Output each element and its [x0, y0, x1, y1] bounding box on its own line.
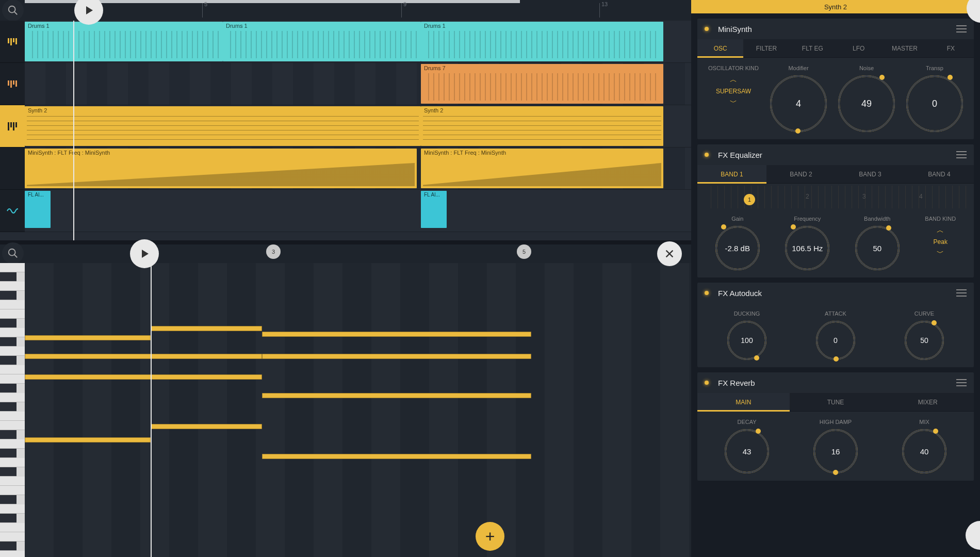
enable-dot[interactable] [705, 381, 709, 385]
eq-spectrum[interactable]: 1 2 3 4 [705, 186, 967, 208]
playlist-ruler[interactable]: 5 9 13 [0, 0, 691, 21]
knob-transp[interactable]: 0 [906, 75, 963, 132]
clip-drums1[interactable]: Drums 1 [223, 22, 421, 61]
menu-icon[interactable] [956, 151, 967, 158]
enable-dot[interactable] [705, 291, 709, 295]
ruler-mark: 13 [601, 1, 608, 7]
minisynth-tabs: OSC FILTER FLT EG LFO MASTER FX [697, 39, 974, 58]
midi-note[interactable] [262, 393, 531, 398]
svg-marker-2 [86, 6, 93, 14]
ruler-mark: 9 [403, 1, 406, 7]
tab-band1[interactable]: BAND 1 [697, 165, 766, 183]
play-button[interactable] [130, 239, 159, 268]
knob-decay[interactable]: 43 [725, 429, 769, 473]
tab-tune[interactable]: TUNE [790, 393, 882, 411]
midi-note[interactable] [262, 354, 531, 359]
clip-automation[interactable]: MiniSynth : FLT Freq : MiniSynth [25, 149, 417, 188]
tab-lfo[interactable]: LFO [836, 39, 881, 57]
corner-button[interactable] [966, 521, 980, 550]
menu-icon[interactable] [956, 25, 967, 32]
reverb-panel: FX Reverb MAIN TUNE MIXER DECAY43 HIGH D… [697, 372, 974, 481]
chevron-down-icon[interactable]: ﹀ [730, 98, 737, 107]
pianoroll-ruler[interactable]: 3 5 [0, 244, 691, 263]
midi-note[interactable] [25, 354, 262, 359]
knob-modifier[interactable]: 4 [770, 75, 827, 132]
track-synth: Synth 2 Synth 2 [0, 105, 691, 148]
tab-flteg[interactable]: FLT EG [790, 39, 836, 57]
pianoroll: 3 5 5 [0, 240, 691, 557]
enable-dot[interactable] [705, 27, 709, 31]
eq-band-handle[interactable]: 1 [744, 194, 755, 205]
enable-dot[interactable] [705, 153, 709, 157]
chevron-up-icon[interactable]: ︿ [937, 226, 944, 235]
zoom-icon[interactable] [2, 242, 24, 264]
clip-drums7[interactable]: Drums 7 [421, 64, 663, 104]
track-drums2: Drums 7 [0, 63, 691, 105]
tab-band3[interactable]: BAND 3 [836, 165, 905, 183]
svg-point-0 [9, 6, 15, 13]
channel-rack-panel: Synth 2 MiniSynth OSC FILTER FLT EG LFO … [691, 0, 980, 557]
tab-band4[interactable]: BAND 4 [905, 165, 974, 183]
tab-band2[interactable]: BAND 2 [766, 165, 836, 183]
track-drums: Drums 1 Drums 1 Drums 1 [0, 21, 691, 63]
svg-marker-5 [142, 250, 149, 258]
piano-keys[interactable]: 5 [0, 263, 25, 557]
ruler-marker[interactable]: 5 [517, 244, 531, 259]
chevron-up-icon[interactable]: ︿ [730, 75, 737, 85]
clip-drums1[interactable]: Drums 1 [421, 22, 663, 61]
minisynth-panel: MiniSynth OSC FILTER FLT EG LFO MASTER F… [697, 19, 974, 139]
menu-icon[interactable] [956, 379, 967, 386]
knob-ducking[interactable]: 100 [727, 321, 766, 360]
knob-highdamp[interactable]: 16 [813, 429, 858, 473]
midi-note[interactable] [151, 326, 262, 331]
clip-audio[interactable]: FL Al... [421, 191, 447, 228]
knob-frequency[interactable]: 106.5 Hz [785, 226, 829, 270]
knob-noise[interactable]: 49 [838, 75, 895, 132]
midi-note[interactable] [25, 437, 151, 443]
svg-line-4 [14, 255, 18, 258]
svg-line-1 [14, 12, 18, 15]
knob-bandwidth[interactable]: 50 [855, 226, 900, 270]
clip-synth2[interactable]: Synth 2 [25, 106, 421, 146]
piano-icon [8, 122, 17, 130]
midi-note[interactable] [262, 332, 531, 337]
ruler-mark: 5 [204, 1, 207, 7]
clip-drums1[interactable]: Drums 1 [25, 22, 223, 61]
tab-mixer[interactable]: MIXER [881, 393, 974, 411]
step-icon [8, 80, 17, 88]
svg-point-3 [9, 249, 15, 256]
ruler-marker[interactable]: 3 [266, 244, 281, 259]
tab-osc[interactable]: OSC [697, 39, 743, 57]
tab-master[interactable]: MASTER [881, 39, 927, 57]
midi-note[interactable] [25, 374, 262, 380]
playlist: 5 9 13 Drums 1 Drums 1 Drums 1 Drums 7 [0, 0, 691, 240]
wave-icon [7, 206, 18, 216]
track-automation: MiniSynth : FLT Freq : MiniSynth MiniSyn… [0, 148, 691, 190]
tab-filter[interactable]: FILTER [743, 39, 789, 57]
clip-synth2[interactable]: Synth 2 [421, 106, 663, 146]
knob-curve[interactable]: 50 [905, 321, 944, 360]
midi-note[interactable] [262, 454, 531, 459]
osc-kind-selector[interactable]: ︿ SUPERSAW ﹀ [716, 75, 751, 107]
close-button[interactable] [657, 241, 682, 266]
clip-audio[interactable]: FL Al... [25, 191, 51, 228]
knob-mix[interactable]: 40 [902, 429, 946, 473]
knob-gain[interactable]: -2.8 dB [715, 226, 760, 270]
note-grid[interactable] [25, 263, 691, 557]
zoom-icon[interactable] [2, 0, 24, 21]
autoduck-panel: FX Autoduck DUCKING100 ATTACK0 CURVE50 [697, 283, 974, 367]
playlist-playhead[interactable] [73, 21, 74, 240]
pianoroll-playhead[interactable] [151, 263, 152, 557]
midi-note[interactable] [151, 424, 262, 429]
chevron-down-icon[interactable]: ﹀ [937, 249, 944, 258]
band-kind-selector[interactable]: ︿ Peak ﹀ [934, 226, 948, 258]
menu-icon[interactable] [956, 289, 967, 297]
tab-fx[interactable]: FX [928, 39, 974, 57]
track-audio: FL Al... FL Al... [0, 190, 691, 232]
tab-main[interactable]: MAIN [697, 393, 790, 411]
equalizer-panel: FX Equalizer BAND 1 BAND 2 BAND 3 BAND 4… [697, 144, 974, 277]
clip-automation[interactable]: MiniSynth : FLT Freq : MiniSynth [421, 149, 663, 188]
panel-title: Synth 2 [691, 0, 980, 13]
midi-note[interactable] [25, 335, 151, 340]
knob-attack[interactable]: 0 [816, 321, 855, 360]
